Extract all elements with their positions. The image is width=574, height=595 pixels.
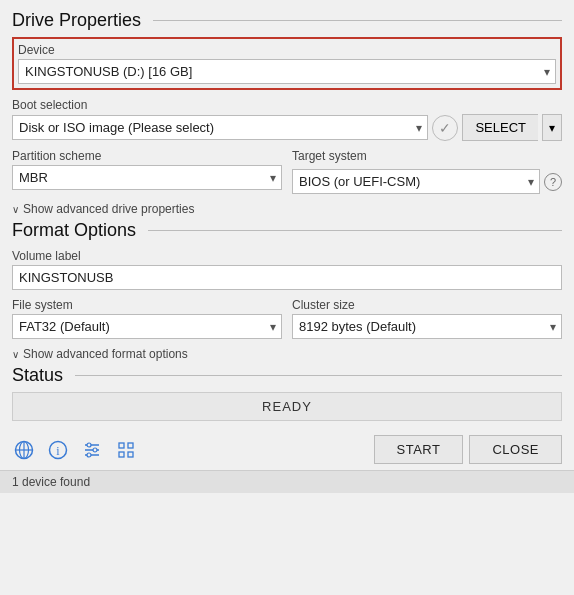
svg-point-11 [87, 453, 91, 457]
svg-rect-15 [128, 452, 133, 457]
partition-scheme-select-wrapper: MBR [12, 165, 282, 190]
svg-point-10 [93, 448, 97, 452]
drive-properties-label: Drive Properties [12, 10, 141, 31]
volume-label-input[interactable] [12, 265, 562, 290]
device-select[interactable]: KINGSTONUSB (D:) [16 GB] [18, 59, 556, 84]
cluster-size-select[interactable]: 8192 bytes (Default) [292, 314, 562, 339]
select-button-arrow[interactable]: ▾ [542, 114, 562, 141]
drive-properties-title: Drive Properties [12, 10, 562, 31]
status-title: Status [12, 365, 562, 386]
boot-selection-select[interactable]: Disk or ISO image (Please select) [12, 115, 428, 140]
cluster-size-col: Cluster size 8192 bytes (Default) [292, 290, 562, 339]
btn-group: START CLOSE [374, 435, 563, 464]
svg-point-9 [87, 443, 91, 447]
target-system-select-wrapper: BIOS (or UEFI-CSM) [292, 169, 540, 194]
target-system-col: Target system BIOS (or UEFI-CSM) ? [292, 141, 562, 194]
svg-rect-12 [119, 443, 124, 448]
icon-row: i [12, 438, 138, 462]
boot-select-wrapper: Disk or ISO image (Please select) [12, 115, 428, 140]
file-system-label: File system [12, 298, 282, 312]
status-title-divider [75, 375, 562, 376]
status-bar: READY [13, 393, 561, 420]
main-container: Drive Properties Device KINGSTONUSB (D:)… [0, 0, 574, 470]
select-button[interactable]: SELECT [462, 114, 538, 141]
check-icon[interactable]: ✓ [432, 115, 458, 141]
footer-text: 1 device found [12, 475, 90, 489]
cluster-size-select-wrapper: 8192 bytes (Default) [292, 314, 562, 339]
partition-scheme-label: Partition scheme [12, 149, 282, 163]
show-advanced-drive-label: Show advanced drive properties [23, 202, 194, 216]
device-select-wrapper: KINGSTONUSB (D:) [16 GB] [18, 59, 556, 84]
info-icon[interactable]: i [46, 438, 70, 462]
format-options-title: Format Options [12, 220, 562, 241]
device-box: Device KINGSTONUSB (D:) [16 GB] [12, 37, 562, 90]
grid-icon[interactable] [114, 438, 138, 462]
boot-selection-row: Disk or ISO image (Please select) ✓ SELE… [12, 114, 562, 141]
partition-scheme-select[interactable]: MBR [12, 165, 282, 190]
close-button[interactable]: CLOSE [469, 435, 562, 464]
sliders-icon[interactable] [80, 438, 104, 462]
bottom-bar: i [12, 427, 562, 470]
target-system-select[interactable]: BIOS (or UEFI-CSM) [292, 169, 540, 194]
status-bar-container: READY [12, 392, 562, 421]
globe-icon[interactable] [12, 438, 36, 462]
show-advanced-drive[interactable]: ∨ Show advanced drive properties [12, 202, 562, 216]
volume-label-label: Volume label [12, 249, 562, 263]
cluster-size-label: Cluster size [292, 298, 562, 312]
format-title-divider [148, 230, 562, 231]
format-options-label: Format Options [12, 220, 136, 241]
target-system-label: Target system [292, 149, 367, 163]
start-button[interactable]: START [374, 435, 464, 464]
chevron-down-icon: ∨ [12, 204, 19, 215]
partition-target-row: Partition scheme MBR Target system BIOS … [12, 141, 562, 194]
boot-selection-label: Boot selection [12, 98, 562, 112]
device-label: Device [18, 43, 556, 57]
fs-cluster-row: File system FAT32 (Default) Cluster size… [12, 290, 562, 339]
chevron-down-format-icon: ∨ [12, 349, 19, 360]
svg-rect-13 [128, 443, 133, 448]
partition-scheme-col: Partition scheme MBR [12, 141, 282, 194]
file-system-col: File system FAT32 (Default) [12, 290, 282, 339]
svg-rect-14 [119, 452, 124, 457]
target-system-help-icon[interactable]: ? [544, 173, 562, 191]
file-system-select[interactable]: FAT32 (Default) [12, 314, 282, 339]
status-label: Status [12, 365, 63, 386]
file-system-select-wrapper: FAT32 (Default) [12, 314, 282, 339]
show-advanced-format-label: Show advanced format options [23, 347, 188, 361]
title-divider [153, 20, 562, 21]
svg-text:i: i [56, 444, 60, 458]
show-advanced-format[interactable]: ∨ Show advanced format options [12, 347, 562, 361]
footer-bar: 1 device found [0, 470, 574, 493]
